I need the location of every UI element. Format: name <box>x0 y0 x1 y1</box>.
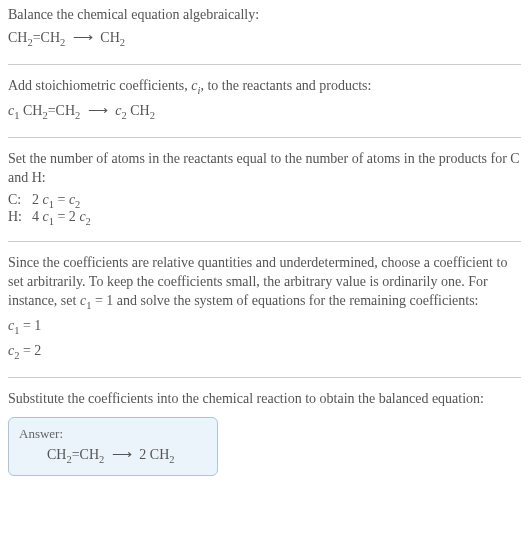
solution-c2: c2 = 2 <box>8 342 521 363</box>
divider <box>8 137 521 138</box>
element-label: C: <box>8 192 32 208</box>
text-part: , to the reactants and products: <box>200 78 371 93</box>
add-coeffs-text: Add stoichiometric coefficients, ci, to … <box>8 77 521 98</box>
atom-balance-row-c: C: 2 c1 = c2 <box>8 192 521 210</box>
arrow-icon: ⟶ <box>73 29 93 48</box>
divider <box>8 241 521 242</box>
section-atom-balance: Set the number of atoms in the reactants… <box>8 150 521 227</box>
atom-balance-row-h: H: 4 c1 = 2 c2 <box>8 209 521 227</box>
assign-c1: c1 = 1 <box>80 293 113 308</box>
section-problem: Balance the chemical equation algebraica… <box>8 6 521 50</box>
element-label: H: <box>8 209 32 225</box>
text-part: and solve the system of equations for th… <box>113 293 478 308</box>
arrow-icon: ⟶ <box>88 102 108 121</box>
divider <box>8 377 521 378</box>
divider <box>8 64 521 65</box>
reaction-with-coeffs: c1 CH2=CH2 ⟶ c2 CH2 <box>8 102 521 123</box>
answer-label: Answer: <box>19 426 207 442</box>
solve-text: Since the coefficients are relative quan… <box>8 254 521 313</box>
answer-box: Answer: CH2=CH2 ⟶ 2 CH2 <box>8 417 218 476</box>
substitute-text: Substitute the coefficients into the che… <box>8 390 521 409</box>
equation-c: 2 c1 = c2 <box>32 192 80 210</box>
problem-statement: Balance the chemical equation algebraica… <box>8 6 521 25</box>
equation-h: 4 c1 = 2 c2 <box>32 209 91 227</box>
reaction-unbalanced: CH2=CH2 ⟶ CH2 <box>8 29 521 50</box>
section-solve: Since the coefficients are relative quan… <box>8 254 521 363</box>
section-add-coeffs: Add stoichiometric coefficients, ci, to … <box>8 77 521 123</box>
atom-balance-text: Set the number of atoms in the reactants… <box>8 150 521 188</box>
text-part: Add stoichiometric coefficients, <box>8 78 191 93</box>
solution-c1: c1 = 1 <box>8 317 521 338</box>
section-substitute: Substitute the coefficients into the che… <box>8 390 521 476</box>
arrow-icon: ⟶ <box>112 446 132 463</box>
balanced-equation: CH2=CH2 ⟶ 2 CH2 <box>19 446 207 465</box>
